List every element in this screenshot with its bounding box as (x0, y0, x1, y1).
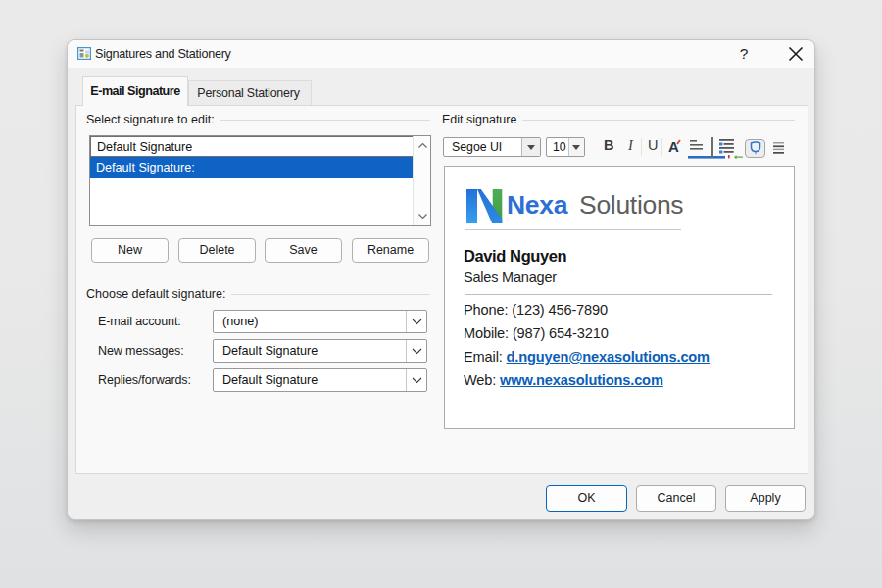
svg-text:A: A (668, 139, 679, 155)
